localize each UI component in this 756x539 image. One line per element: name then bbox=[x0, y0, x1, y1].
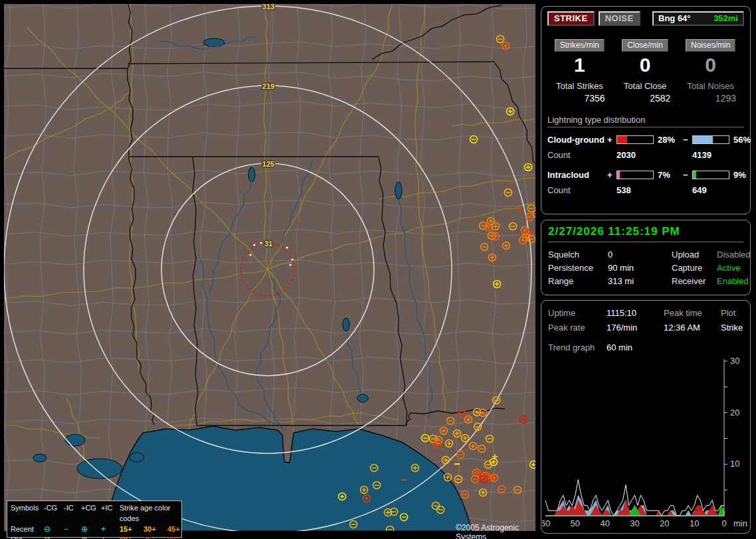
cg-negative-count: 4139 bbox=[692, 150, 756, 160]
age-code: 75+ bbox=[143, 534, 167, 539]
svg-text:10: 10 bbox=[730, 459, 739, 469]
status-panel: 2/27/2026 11:25:19 PM Squelch 0 Upload D… bbox=[541, 220, 751, 295]
cloud-ground-count-row: Count 2030 4139 bbox=[547, 149, 744, 160]
strike-toggle-button[interactable]: STRIKE bbox=[547, 11, 595, 26]
cg-neg-symbol-icon: ⊖ bbox=[44, 534, 64, 539]
svg-text:60: 60 bbox=[542, 518, 550, 528]
strike-stats-panel: STRIKE NOISE Bng 64° 352mi Strikes/min 1… bbox=[541, 6, 751, 214]
cg-negative-pct: 56% bbox=[729, 135, 756, 145]
cg-positive-count: 2030 bbox=[616, 150, 683, 160]
ic-positive-count: 538 bbox=[616, 185, 683, 195]
legend-header-cgm: -CG bbox=[44, 502, 64, 524]
lightning-map[interactable]: 31321912531 Symbols -CG -IC +CG +IC Stri… bbox=[4, 4, 542, 535]
ic-pos-symbol-icon: + bbox=[101, 524, 120, 534]
noises-counter: Noises/min 0 Total Noises 1293 bbox=[678, 39, 743, 104]
total-strikes-label: Total Strikes bbox=[547, 81, 612, 91]
receiver-status: Enabled bbox=[717, 275, 751, 288]
age-code: 30+ bbox=[143, 524, 167, 534]
total-close-label: Total Close bbox=[613, 81, 678, 91]
strikes-per-min-chip[interactable]: Strikes/min bbox=[555, 39, 605, 52]
bearing-value: Bng 64° bbox=[658, 13, 691, 23]
age-code: 15+ bbox=[120, 524, 143, 534]
legend-row-label: Recent bbox=[11, 524, 44, 534]
svg-text:50: 50 bbox=[571, 518, 580, 528]
strikes-counter: Strikes/min 1 Total Strikes 7356 bbox=[547, 39, 612, 104]
svg-text:20: 20 bbox=[660, 518, 669, 528]
upload-label: Upload bbox=[672, 248, 717, 262]
trend-window-value: 60 min bbox=[607, 341, 664, 355]
bearing-display: Bng 64° 352mi bbox=[652, 11, 744, 26]
ic-negative-count: 649 bbox=[692, 185, 756, 195]
peak-time-value: 12:36 AM bbox=[664, 321, 721, 335]
app-window: { "map": { "land_color": "#6a5c55", "wat… bbox=[0, 0, 756, 539]
total-strikes-value: 7356 bbox=[547, 93, 612, 104]
noises-per-min-chip[interactable]: Noises/min bbox=[686, 39, 735, 52]
svg-text:30: 30 bbox=[730, 356, 739, 366]
age-code: 45+ bbox=[167, 524, 191, 534]
svg-text:20: 20 bbox=[730, 408, 739, 418]
uptime-value: 1115:10 bbox=[607, 306, 664, 321]
legend-header-icm: -IC bbox=[64, 502, 81, 524]
legend-header-icp: +IC bbox=[101, 502, 120, 524]
cg-positive-bar bbox=[616, 135, 654, 144]
ic-negative-pct: 9% bbox=[729, 170, 756, 180]
ic-positive-pct: 7% bbox=[654, 170, 683, 180]
cloud-ground-row: Cloud-ground + 28% − 56% bbox=[547, 133, 744, 145]
noise-toggle-button[interactable]: NOISE bbox=[599, 11, 640, 26]
total-noises-value: 1293 bbox=[678, 93, 743, 104]
persistence-value: 90 min bbox=[608, 262, 672, 275]
noises-per-min-value: 0 bbox=[678, 54, 743, 76]
plus-sign: + bbox=[607, 170, 616, 180]
uptime-label: Uptime bbox=[548, 306, 607, 321]
upload-status: Disabled bbox=[717, 248, 751, 262]
svg-text:219: 219 bbox=[262, 82, 274, 90]
trend-graph: 1020306050403020100min bbox=[542, 354, 751, 533]
svg-text:125: 125 bbox=[262, 160, 274, 168]
cg-pos-symbol-icon: ⊕ bbox=[81, 524, 101, 534]
ic-positive-bar bbox=[616, 171, 654, 179]
range-value: 313 mi bbox=[608, 275, 672, 288]
ic-pos-symbol-icon: + bbox=[101, 534, 120, 539]
svg-text:min: min bbox=[733, 518, 747, 528]
trend-graph-label: Trend graph bbox=[548, 341, 607, 355]
cg-pos-symbol-icon: ⊕ bbox=[81, 534, 101, 539]
total-noises-label: Total Noises bbox=[678, 81, 743, 91]
ic-negative-bar bbox=[692, 171, 729, 179]
capture-label: Capture bbox=[672, 262, 717, 275]
distribution-title: Lightning type distribution bbox=[547, 115, 744, 127]
peak-rate-label: Peak rate bbox=[548, 321, 607, 335]
strikes-per-min-value: 1 bbox=[547, 54, 612, 76]
map-legend: Symbols -CG -IC +CG +IC Strike age color… bbox=[7, 501, 182, 538]
legend-row-recent: Recent⊖−⊕+15+30+45+ bbox=[11, 524, 178, 534]
trend-panel: Uptime 1115:10 Peak time Plot Peak rate … bbox=[541, 300, 751, 534]
squelch-value: 0 bbox=[608, 248, 672, 262]
ic-neg-symbol-icon: − bbox=[64, 524, 81, 534]
capture-status: Active bbox=[717, 262, 751, 275]
svg-text:313: 313 bbox=[262, 4, 274, 11]
close-counter: Close/min 0 Total Close 2582 bbox=[613, 39, 678, 104]
cg-negative-bar bbox=[692, 135, 729, 144]
legend-header-cgp: +CG bbox=[81, 502, 101, 524]
age-code: 60+ bbox=[120, 534, 143, 539]
peak-time-label: Peak time bbox=[664, 306, 721, 321]
ic-neg-symbol-icon: − bbox=[64, 534, 81, 539]
svg-text:31: 31 bbox=[264, 240, 272, 248]
legend-row-label: Old bbox=[11, 534, 44, 539]
plot-mode-value: Strike bbox=[721, 321, 743, 335]
plus-sign: + bbox=[607, 135, 616, 145]
range-label: Range bbox=[548, 275, 608, 288]
close-per-min-chip[interactable]: Close/min bbox=[622, 39, 668, 52]
cg-neg-symbol-icon: ⊖ bbox=[44, 524, 64, 534]
legend-row-old: Old⊖−⊕+60+75+90+ bbox=[11, 534, 178, 539]
close-per-min-value: 0 bbox=[613, 54, 678, 76]
intracloud-count-row: Count 538 649 bbox=[547, 185, 744, 195]
cg-positive-pct: 28% bbox=[654, 135, 683, 145]
minus-sign: − bbox=[683, 170, 692, 180]
svg-text:30: 30 bbox=[630, 518, 639, 528]
receiver-label: Receiver bbox=[672, 275, 717, 288]
svg-text:10: 10 bbox=[690, 518, 699, 528]
svg-text:40: 40 bbox=[600, 518, 609, 528]
total-close-value: 2582 bbox=[613, 93, 678, 104]
intracloud-row: Intracloud + 7% − 9% bbox=[547, 169, 744, 181]
map-canvas: 31321912531 bbox=[4, 4, 542, 535]
